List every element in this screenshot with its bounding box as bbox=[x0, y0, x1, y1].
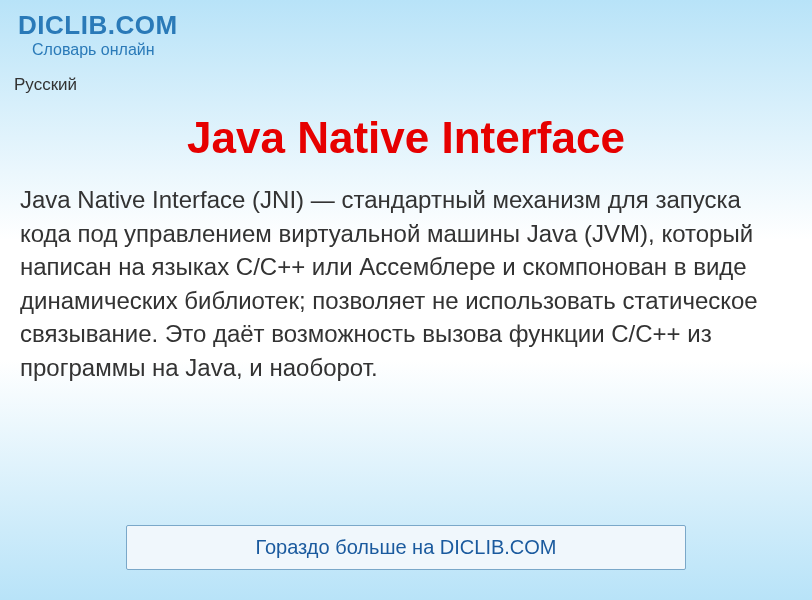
language-selector[interactable]: Русский bbox=[0, 69, 812, 97]
footer-more-button[interactable]: Гораздо больше на DICLIB.COM bbox=[126, 525, 686, 570]
site-logo[interactable]: DICLIB.COM bbox=[18, 10, 794, 41]
article-body: Java Native Interface (JNI) — стандартны… bbox=[0, 183, 812, 385]
site-header: DICLIB.COM Словарь онлайн bbox=[0, 0, 812, 63]
article-title: Java Native Interface bbox=[0, 113, 812, 163]
footer-more-link[interactable]: Гораздо больше на DICLIB.COM bbox=[255, 536, 556, 558]
site-subtitle: Словарь онлайн bbox=[32, 41, 794, 59]
